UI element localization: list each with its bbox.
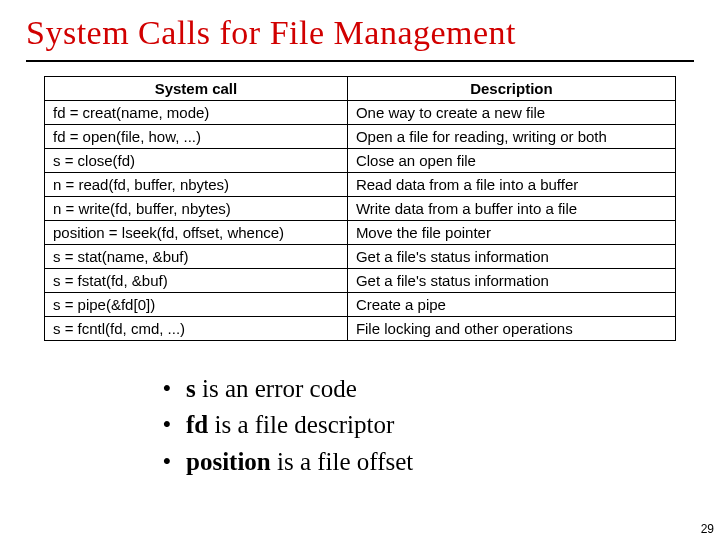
table-row: s = fstat(fd, &buf)Get a file's status i… (45, 269, 676, 293)
title-underline (26, 60, 694, 62)
page-number: 29 (701, 522, 714, 536)
table-row: s = close(fd)Close an open file (45, 149, 676, 173)
bullet-icon: • (160, 371, 174, 407)
table-row: fd = creat(name, mode)One way to create … (45, 101, 676, 125)
note-term: position (186, 448, 271, 475)
syscall-table: System call Description fd = creat(name,… (44, 76, 676, 341)
syscall-table-wrap: System call Description fd = creat(name,… (44, 76, 676, 341)
cell-desc: Create a pipe (347, 293, 675, 317)
note-text: position is a file offset (186, 444, 413, 480)
note-text: s is an error code (186, 371, 357, 407)
cell-call: fd = creat(name, mode) (45, 101, 348, 125)
table-row: n = read(fd, buffer, nbytes)Read data fr… (45, 173, 676, 197)
table-row: s = stat(name, &buf)Get a file's status … (45, 245, 676, 269)
cell-call: fd = open(file, how, ...) (45, 125, 348, 149)
cell-call: n = read(fd, buffer, nbytes) (45, 173, 348, 197)
note-rest: is an error code (196, 375, 357, 402)
table-row: s = fcntl(fd, cmd, ...)File locking and … (45, 317, 676, 341)
bullet-icon: • (160, 444, 174, 480)
cell-call: s = fcntl(fd, cmd, ...) (45, 317, 348, 341)
slide-title: System Calls for File Management (0, 0, 720, 58)
note-term: fd (186, 411, 208, 438)
cell-call: position = lseek(fd, offset, whence) (45, 221, 348, 245)
bullet-icon: • (160, 407, 174, 443)
note-text: fd is a file descriptor (186, 407, 394, 443)
list-item: • fd is a file descriptor (160, 407, 720, 443)
cell-call: s = close(fd) (45, 149, 348, 173)
note-rest: is a file descriptor (208, 411, 394, 438)
table-row: fd = open(file, how, ...)Open a file for… (45, 125, 676, 149)
list-item: • position is a file offset (160, 444, 720, 480)
cell-desc: Open a file for reading, writing or both (347, 125, 675, 149)
cell-call: s = stat(name, &buf) (45, 245, 348, 269)
cell-desc: Get a file's status information (347, 245, 675, 269)
cell-desc: Get a file's status information (347, 269, 675, 293)
note-rest: is a file offset (271, 448, 414, 475)
table-row: n = write(fd, buffer, nbytes)Write data … (45, 197, 676, 221)
notes-list: • s is an error code • fd is a file desc… (160, 371, 720, 480)
list-item: • s is an error code (160, 371, 720, 407)
col-header-call: System call (45, 77, 348, 101)
cell-call: s = fstat(fd, &buf) (45, 269, 348, 293)
cell-call: s = pipe(&fd[0]) (45, 293, 348, 317)
cell-desc: Read data from a file into a buffer (347, 173, 675, 197)
table-header-row: System call Description (45, 77, 676, 101)
col-header-desc: Description (347, 77, 675, 101)
table-row: s = pipe(&fd[0])Create a pipe (45, 293, 676, 317)
cell-desc: File locking and other operations (347, 317, 675, 341)
slide: System Calls for File Management System … (0, 0, 720, 540)
note-term: s (186, 375, 196, 402)
cell-desc: Close an open file (347, 149, 675, 173)
table-row: position = lseek(fd, offset, whence)Move… (45, 221, 676, 245)
cell-call: n = write(fd, buffer, nbytes) (45, 197, 348, 221)
cell-desc: Move the file pointer (347, 221, 675, 245)
cell-desc: Write data from a buffer into a file (347, 197, 675, 221)
cell-desc: One way to create a new file (347, 101, 675, 125)
